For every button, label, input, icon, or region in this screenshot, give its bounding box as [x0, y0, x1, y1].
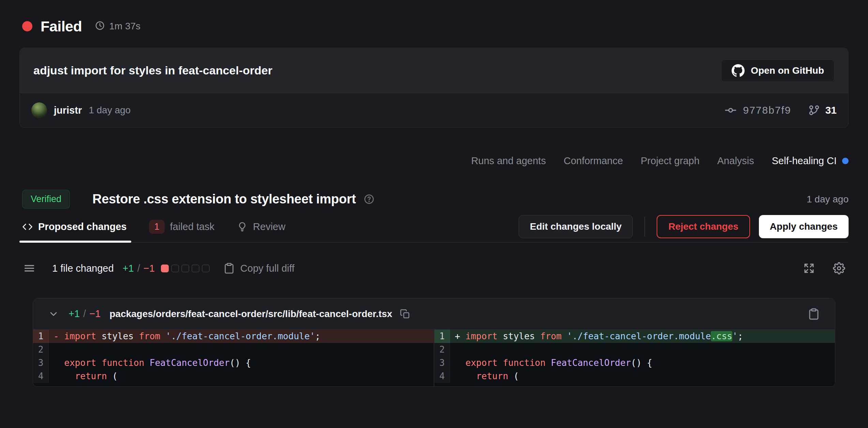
copy-file-diff-icon[interactable] [808, 308, 820, 320]
copy-full-diff-label: Copy full diff [240, 263, 295, 274]
failed-task-count-badge: 1 [149, 220, 164, 234]
copy-full-diff-button[interactable]: Copy full diff [223, 262, 295, 274]
code-text: return ( [450, 370, 835, 383]
code-line: 3 export function FeatCancelOrder() { [434, 356, 835, 370]
tab-proposed-changes-label: Proposed changes [38, 221, 126, 232]
file-diff-counts: +1 / −1 [69, 308, 101, 319]
code-text: - import styles from './feat-cancel-orde… [49, 330, 434, 343]
verified-badge: Verified [22, 190, 70, 209]
reject-changes-button[interactable]: Reject changes [657, 215, 750, 238]
clipboard-icon [223, 262, 235, 274]
code-line: 1+ import styles from './feat-cancel-ord… [434, 330, 835, 343]
diff-block-empty [202, 265, 210, 272]
tab-failed-task[interactable]: 1 failed task [149, 211, 214, 242]
tab-review[interactable]: Review [237, 211, 285, 242]
diff-pane-old: 1- import styles from './feat-cancel-ord… [33, 330, 434, 386]
branch-count: 31 [825, 104, 837, 116]
code-icon [22, 222, 33, 232]
clock-icon [95, 20, 105, 32]
nav-item-project-graph[interactable]: Project graph [641, 155, 700, 167]
tab-review-label: Review [253, 221, 285, 232]
open-on-github-button[interactable]: Open on GitHub [721, 59, 835, 82]
tab-failed-task-label: failed task [170, 221, 215, 232]
tabs: Proposed changes 1 failed task Review [19, 211, 285, 242]
line-number: 2 [434, 343, 450, 356]
code-line: 1- import styles from './feat-cancel-ord… [33, 330, 434, 343]
fix-header: Verified Restore .css extension to style… [19, 190, 849, 209]
code-text: return ( [49, 370, 434, 383]
status-duration: 1m 37s [109, 21, 140, 32]
nav-item-self-healing-ci[interactable]: Self-healing CI [772, 155, 849, 167]
commit-card-meta-row: juristr 1 day ago 9778b7f9 31 [20, 93, 848, 127]
nav-item-analysis[interactable]: Analysis [717, 155, 754, 167]
open-on-github-label: Open on GitHub [751, 65, 824, 76]
count-slash: / [137, 263, 140, 274]
line-number: 2 [33, 343, 49, 356]
diff-toolbar-right [803, 262, 845, 274]
copy-path-icon[interactable] [400, 309, 410, 319]
file-count-slash: / [83, 308, 86, 319]
file-path: packages/orders/feat-cancel-order/src/li… [109, 309, 392, 319]
files-changed-label: 1 file changed [52, 263, 114, 274]
diff-block-empty [192, 265, 199, 272]
branch-group[interactable]: 31 [808, 104, 837, 116]
fix-time: 1 day ago [807, 194, 849, 205]
code-line: 4 return ( [33, 370, 434, 383]
code-text [49, 343, 434, 356]
diff-block-deletion [161, 265, 169, 272]
help-icon[interactable] [363, 194, 375, 205]
line-number: 4 [434, 370, 450, 383]
diff-block-empty [181, 265, 189, 272]
page: Failed 1m 37s adjust import for styles i… [0, 0, 868, 387]
fix-actions: Edit changes locally Reject changes Appl… [519, 215, 849, 238]
gear-icon[interactable] [833, 262, 845, 274]
line-number: 3 [434, 356, 450, 370]
apply-changes-button[interactable]: Apply changes [759, 215, 849, 238]
code-text [450, 343, 835, 356]
tab-proposed-changes[interactable]: Proposed changes [22, 211, 126, 242]
code-line: 4 return ( [434, 370, 835, 383]
fix-title: Restore .css extension to stylesheet imp… [92, 192, 356, 206]
expand-fullscreen-icon[interactable] [803, 262, 815, 274]
code-line: 2 [33, 343, 434, 356]
nav-item-runs-and-agents[interactable]: Runs and agents [471, 155, 546, 167]
line-number: 1 [33, 330, 49, 343]
author-name[interactable]: juristr [54, 105, 82, 116]
status-row: Failed 1m 37s [19, 16, 849, 37]
commit-title: adjust import for styles in feat-cancel-… [33, 64, 272, 77]
file-additions-count: +1 [69, 308, 80, 319]
commit-meta: 9778b7f9 31 [724, 104, 837, 116]
code-text: + import styles from './feat-cancel-orde… [450, 330, 835, 343]
status-duration-group: 1m 37s [95, 20, 140, 32]
diff-toolbar: 1 file changed +1 / −1 Copy full diff [19, 258, 849, 279]
diff-block-empty [171, 265, 179, 272]
edit-changes-locally-button[interactable]: Edit changes locally [519, 215, 633, 238]
line-number: 1 [434, 330, 450, 343]
file-list-menu-icon[interactable] [23, 262, 36, 275]
active-nav-blue-dot [842, 158, 849, 164]
deletions-count: −1 [144, 263, 155, 274]
diff-pane-new: 1+ import styles from './feat-cancel-ord… [434, 330, 835, 386]
commit-sha[interactable]: 9778b7f9 [743, 104, 791, 116]
file-deletions-count: −1 [89, 308, 101, 319]
diff-file-header: +1 / −1 packages/orders/feat-cancel-orde… [33, 298, 835, 330]
line-number: 4 [33, 370, 49, 383]
code-line: 2 [434, 343, 835, 356]
status-failed-dot [22, 21, 32, 31]
code-line: 3 export function FeatCancelOrder() { [33, 356, 434, 370]
code-text: export function FeatCancelOrder() { [450, 356, 835, 370]
lightbulb-icon [237, 222, 248, 232]
diff-card: +1 / −1 packages/orders/feat-cancel-orde… [33, 298, 835, 387]
chevron-down-icon[interactable] [48, 309, 59, 319]
nav-item-conformance[interactable]: Conformance [564, 155, 623, 167]
github-icon [732, 64, 745, 77]
status-label: Failed [41, 18, 82, 35]
commit-icon [724, 104, 737, 116]
tabs-row: Proposed changes 1 failed task Review Ed… [19, 211, 849, 243]
avatar[interactable] [31, 102, 47, 118]
diff-blocks [161, 265, 210, 272]
top-nav: Runs and agents Conformance Project grap… [19, 153, 849, 169]
additions-count: +1 [123, 263, 134, 274]
nav-item-self-healing-ci-label: Self-healing CI [772, 155, 837, 167]
commit-time: 1 day ago [89, 105, 131, 116]
